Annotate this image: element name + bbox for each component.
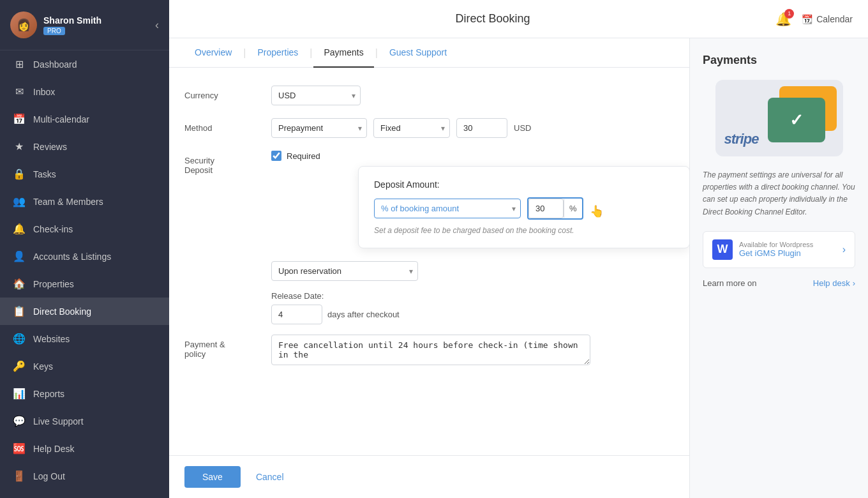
- sidebar-item-label: Reviews: [33, 142, 67, 152]
- percent-input-wrapper: %: [527, 197, 583, 220]
- security-deposit-row: Security Deposit Required Deposit Amount…: [184, 151, 674, 248]
- fixed-select[interactable]: Fixed Percentage: [373, 118, 450, 138]
- method-row: Method Prepayment Postpayment None Fixed: [184, 118, 674, 138]
- calendar-button[interactable]: 📆 Calendar: [802, 14, 853, 24]
- wordpress-plugin-row[interactable]: W Available for Wordpress Get iGMS Plugi…: [703, 231, 855, 268]
- sidebar-item-label: Check-ins: [33, 224, 73, 234]
- sidebar-item-reviews[interactable]: ★ Reviews: [0, 133, 169, 160]
- stripe-visual: ✓ stripe: [703, 80, 855, 156]
- sidebar-nav: ⊞ Dashboard ✉ Inbox 📅 Multi-calendar ★ R…: [0, 50, 169, 490]
- percent-input[interactable]: [528, 199, 564, 218]
- sidebar-item-reports[interactable]: 📊 Reports: [0, 380, 169, 407]
- deposit-popup: Deposit Amount: % of booking amount Fixe…: [358, 166, 689, 248]
- center-panel: Overview | Properties | Payments | Guest…: [169, 38, 689, 498]
- percent-symbol: %: [564, 199, 582, 218]
- sidebar-item-label: Inbox: [33, 87, 55, 97]
- topbar: Direct Booking 🔔 1 📆 Calendar: [169, 0, 868, 38]
- sidebar-item-label: Help Desk: [33, 444, 75, 454]
- accounts-icon: 👤: [13, 250, 26, 262]
- deposit-select-wrapper: % of booking amount Fixed amount: [374, 199, 521, 218]
- websites-icon: 🌐: [13, 333, 26, 345]
- form-footer: Save Cancel: [169, 455, 689, 498]
- sidebar-item-help-desk[interactable]: 🆘 Help Desk: [0, 435, 169, 462]
- tab-payments[interactable]: Payments: [313, 38, 373, 68]
- deposit-hint: Set a deposit fee to be charged based on…: [374, 226, 674, 235]
- cancel-button[interactable]: Cancel: [248, 466, 292, 488]
- notification-button[interactable]: 🔔 1: [775, 11, 791, 27]
- wp-left: W Available for Wordpress Get iGMS Plugi…: [712, 239, 813, 260]
- tabs-bar: Overview | Properties | Payments | Guest…: [169, 38, 689, 68]
- help-icon: 🆘: [13, 442, 26, 455]
- right-panel: Payments ✓ stripe The payment settings a…: [689, 38, 868, 498]
- tab-separator: |: [308, 47, 313, 59]
- sidebar-item-check-ins[interactable]: 🔔 Check-ins: [0, 215, 169, 243]
- release-section: Release Date: days after checkout: [271, 291, 674, 324]
- required-label: Required: [287, 151, 320, 161]
- currency-select[interactable]: USD EUR GBP: [271, 86, 361, 105]
- stripe-card: ✓ stripe: [715, 80, 843, 156]
- sidebar-item-keys[interactable]: 🔑 Keys: [0, 352, 169, 380]
- checkmark-icon: ✓: [789, 110, 804, 130]
- tab-overview[interactable]: Overview: [184, 38, 242, 68]
- sidebar-item-accounts-listings[interactable]: 👤 Accounts & Listings: [0, 243, 169, 270]
- direct-booking-icon: 📋: [13, 305, 26, 317]
- sidebar-item-label: Team & Members: [33, 197, 103, 207]
- form-area: Currency USD EUR GBP Method: [169, 68, 689, 455]
- amount-input[interactable]: [456, 118, 507, 138]
- sidebar-item-websites[interactable]: 🌐 Websites: [0, 325, 169, 352]
- sidebar-user: 👩 Sharon Smith PRO: [10, 11, 101, 38]
- method-label: Method: [184, 118, 261, 133]
- sidebar-item-log-out[interactable]: 🚪 Log Out: [0, 462, 169, 490]
- right-panel-title: Payments: [703, 54, 855, 67]
- help-desk-link[interactable]: Help desk ›: [813, 278, 855, 288]
- currency-label: Currency: [184, 86, 261, 100]
- sidebar-item-tasks[interactable]: 🔒 Tasks: [0, 160, 169, 188]
- user-name: Sharon Smith: [43, 15, 101, 26]
- sidebar-item-live-support[interactable]: 💬 Live Support: [0, 407, 169, 435]
- method-select-wrapper: Prepayment Postpayment None: [271, 118, 367, 138]
- required-checkbox[interactable]: [271, 151, 281, 161]
- sidebar-item-properties[interactable]: 🏠 Properties: [0, 270, 169, 298]
- sidebar-item-label: Keys: [33, 361, 53, 372]
- sidebar-item-direct-booking[interactable]: 📋 Direct Booking: [0, 298, 169, 325]
- calendar-label: Calendar: [816, 14, 853, 24]
- stripe-green-card: ✓: [768, 98, 825, 142]
- tab-separator: |: [242, 47, 247, 59]
- sidebar-item-inbox[interactable]: ✉ Inbox: [0, 78, 169, 105]
- deposit-amount-title: Deposit Amount:: [374, 179, 674, 190]
- lock-icon: 🔒: [13, 168, 26, 180]
- upon-reservation-select[interactable]: Upon reservation After booking Custom: [271, 261, 418, 281]
- sidebar-item-team[interactable]: 👥 Team & Members: [0, 188, 169, 215]
- upon-select-wrapper: Upon reservation After booking Custom: [271, 261, 418, 281]
- fixed-select-wrapper: Fixed Percentage: [373, 118, 450, 138]
- policy-row: Payment & policy Free cancellation until…: [184, 335, 674, 365]
- tab-properties[interactable]: Properties: [248, 38, 309, 68]
- sidebar-item-label: Log Out: [33, 471, 65, 481]
- when-row: Upon reservation After booking Custom: [271, 261, 674, 281]
- sidebar-item-label: Reports: [33, 389, 64, 399]
- chevron-right-icon: ›: [842, 244, 846, 255]
- star-icon: ★: [13, 140, 26, 153]
- sidebar: 👩 Sharon Smith PRO ‹ ⊞ Dashboard ✉ Inbox…: [0, 0, 169, 498]
- notification-badge: 1: [784, 9, 794, 19]
- tab-separator: |: [374, 47, 379, 59]
- sidebar-item-dashboard[interactable]: ⊞ Dashboard: [0, 50, 169, 78]
- chevron-right-icon: ›: [853, 278, 855, 288]
- tab-guest-support[interactable]: Guest Support: [379, 38, 457, 68]
- sidebar-item-multi-calendar[interactable]: 📅 Multi-calendar: [0, 105, 169, 133]
- currency-row: Currency USD EUR GBP: [184, 86, 674, 105]
- method-select[interactable]: Prepayment Postpayment None: [271, 118, 367, 138]
- save-button[interactable]: Save: [184, 466, 241, 488]
- method-controls: Prepayment Postpayment None Fixed Percen…: [271, 118, 531, 138]
- calendar-icon: 📅: [13, 113, 26, 125]
- cursor-pointer-icon: 👆: [590, 204, 604, 218]
- checkin-icon: 🔔: [13, 223, 26, 235]
- deposit-type-select[interactable]: % of booking amount Fixed amount: [374, 199, 521, 218]
- properties-icon: 🏠: [13, 278, 26, 290]
- sidebar-item-label: Live Support: [33, 416, 84, 426]
- sidebar-item-label: Properties: [33, 279, 74, 289]
- policy-textarea[interactable]: Free cancellation until 24 hours before …: [271, 335, 590, 365]
- release-date-input[interactable]: [271, 305, 322, 324]
- learn-more-label: Learn more on: [703, 278, 757, 288]
- collapse-sidebar-button[interactable]: ‹: [155, 19, 159, 32]
